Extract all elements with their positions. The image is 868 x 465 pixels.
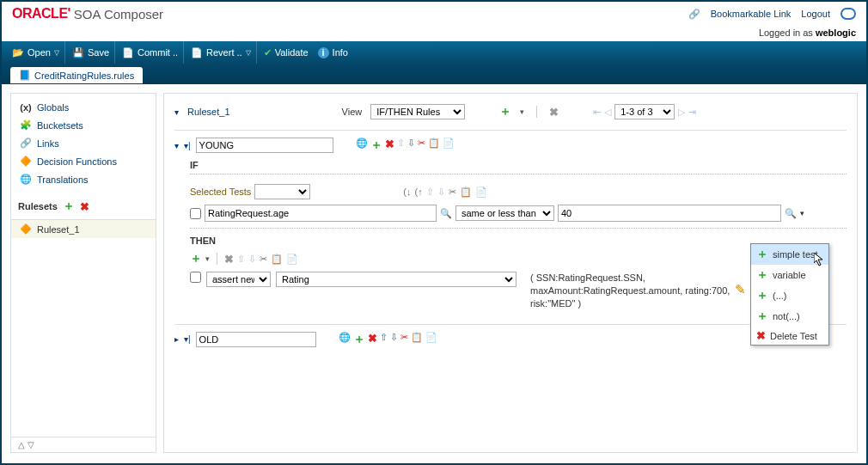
delete-action-icon[interactable]: ✖ bbox=[224, 253, 234, 266]
move-down-icon[interactable]: ⇩ bbox=[390, 332, 398, 347]
search-icon[interactable]: 🔍 bbox=[440, 208, 452, 219]
copy-icon[interactable]: 📋 bbox=[411, 332, 423, 347]
expand-toggle[interactable]: ▸ bbox=[174, 334, 179, 344]
copy-icon[interactable]: 📋 bbox=[271, 254, 283, 265]
cut-icon[interactable]: ✂ bbox=[418, 138, 425, 153]
app-title: SOA Composer bbox=[74, 7, 163, 21]
cut-icon[interactable]: ✂ bbox=[400, 332, 408, 347]
move-down-icon[interactable]: ⇩ bbox=[248, 254, 256, 265]
paste-icon[interactable]: 📄 bbox=[443, 138, 455, 153]
delete-icon[interactable]: ✖ bbox=[385, 138, 394, 153]
validate-button[interactable]: ✔ Validate bbox=[264, 47, 309, 58]
paste-icon[interactable]: 📄 bbox=[425, 332, 437, 347]
add-action-button[interactable]: ＋ bbox=[190, 251, 202, 266]
revert-button[interactable]: 📄 Revert ..▽ bbox=[191, 47, 251, 58]
action-checkbox[interactable] bbox=[190, 272, 201, 283]
move-down-icon[interactable]: ⇩ bbox=[437, 187, 445, 198]
content-area: ▾ Ruleset_1 View IF/THEN Rules ＋▾ ✖ ⇤ ◁ … bbox=[163, 93, 858, 453]
delete-icon[interactable]: ✖ bbox=[368, 332, 377, 347]
selected-tests-select[interactable] bbox=[254, 184, 310, 199]
save-icon: 💾 bbox=[72, 47, 84, 58]
delete-rule-button[interactable]: ✖ bbox=[549, 106, 559, 119]
sidebar-item-translations[interactable]: 🌐 Translations bbox=[11, 170, 156, 188]
rulesets-heading: Rulesets bbox=[18, 201, 58, 211]
sidebar-item-decision-functions[interactable]: 🔶 Decision Functions bbox=[11, 152, 156, 170]
commit-button[interactable]: 📄 Commit .. bbox=[122, 47, 178, 58]
copy-icon[interactable]: 📋 bbox=[428, 138, 440, 153]
expand-toggle[interactable]: ▾| bbox=[184, 141, 191, 150]
dropdown-arrow-icon[interactable]: ▾ bbox=[800, 209, 804, 217]
add-icon[interactable]: ＋ bbox=[353, 332, 365, 347]
menu-variable[interactable]: ＋variable bbox=[751, 265, 828, 285]
sidebar: (x) Globals 🧩 Bucketsets 🔗 Links 🔶 Decis… bbox=[10, 93, 156, 453]
expand-toggle[interactable]: ▾ bbox=[174, 107, 179, 117]
pager-select[interactable]: 1-3 of 3 bbox=[614, 104, 675, 119]
page-next-icon[interactable]: ▷ bbox=[678, 107, 685, 118]
action-detail: ( SSN:RatingRequest.SSN, maxAmount:Ratin… bbox=[530, 272, 730, 310]
selected-tests-label: Selected Tests bbox=[190, 187, 251, 197]
rule-options-icon[interactable]: 🌐 bbox=[356, 138, 368, 153]
sidebar-item-links[interactable]: 🔗 Links bbox=[11, 134, 156, 152]
rule-name-input[interactable] bbox=[196, 332, 316, 347]
rule-name-input[interactable] bbox=[196, 138, 333, 153]
move-up-icon[interactable]: ⇧ bbox=[380, 332, 388, 347]
paste-icon[interactable]: 📄 bbox=[286, 254, 298, 265]
edit-action-icon[interactable]: ✎ bbox=[735, 282, 746, 297]
commit-icon: 📄 bbox=[122, 47, 134, 58]
save-button[interactable]: 💾 Save bbox=[72, 47, 109, 58]
expand-toggle[interactable]: ▾| bbox=[184, 334, 191, 344]
open-button[interactable]: 📂 Open▽ bbox=[12, 47, 59, 58]
logged-in-as: Logged in as weblogic bbox=[2, 26, 866, 41]
add-rule-button[interactable]: ＋ bbox=[499, 104, 511, 119]
page-prev-icon[interactable]: ◁ bbox=[604, 107, 611, 118]
add-ruleset-button[interactable]: ＋ bbox=[63, 199, 75, 214]
test-rhs-input[interactable] bbox=[558, 205, 781, 222]
page-last-icon[interactable]: ⇥ bbox=[688, 107, 696, 118]
translations-icon: 🌐 bbox=[20, 174, 32, 185]
move-down-icon[interactable]: ⇩ bbox=[407, 138, 415, 153]
cut-icon[interactable]: ✂ bbox=[449, 187, 456, 198]
view-select[interactable]: IF/THEN Rules bbox=[370, 104, 465, 119]
ruleset-item[interactable]: 🔶 Ruleset_1 bbox=[11, 220, 156, 238]
move-up-icon[interactable]: ⇧ bbox=[426, 187, 434, 198]
test-operator-select[interactable]: same or less than bbox=[455, 205, 554, 221]
link-icon: 🔗 bbox=[20, 138, 32, 149]
bookmark-link[interactable]: Bookmarkable Link bbox=[711, 9, 792, 19]
rule-options-icon[interactable]: 🌐 bbox=[339, 332, 351, 347]
cut-icon[interactable]: ✂ bbox=[260, 254, 267, 265]
bucketsets-icon: 🧩 bbox=[20, 119, 32, 131]
logout-link[interactable]: Logout bbox=[801, 9, 830, 19]
decision-functions-icon: 🔶 bbox=[20, 156, 32, 167]
plus-icon: ＋ bbox=[756, 309, 768, 324]
tab-credit-rating-rules[interactable]: 📘 CreditRatingRules.rules bbox=[10, 67, 143, 83]
sidebar-item-bucketsets[interactable]: 🧩 Bucketsets bbox=[11, 116, 156, 134]
search-icon[interactable]: 🔍 bbox=[785, 208, 797, 219]
test-checkbox[interactable] bbox=[190, 208, 201, 219]
copy-icon[interactable]: 📋 bbox=[460, 187, 472, 198]
action-command-select[interactable]: assert new bbox=[206, 272, 271, 287]
move-up-icon[interactable]: ⇧ bbox=[237, 254, 245, 265]
test-lhs-input[interactable] bbox=[205, 205, 437, 222]
then-label: THEN bbox=[190, 236, 847, 246]
oracle-o-icon bbox=[840, 8, 856, 20]
test-context-menu: ＋simple test ＋variable ＋(...) ＋not(...) … bbox=[750, 243, 829, 346]
unwrap-icon[interactable]: (↑ bbox=[415, 187, 423, 197]
delete-ruleset-button[interactable]: ✖ bbox=[80, 200, 89, 213]
expand-toggle[interactable]: ▾ bbox=[174, 141, 179, 150]
add-icon[interactable]: ＋ bbox=[370, 138, 382, 153]
sidebar-item-label: Translations bbox=[37, 174, 89, 185]
paste-icon[interactable]: 📄 bbox=[475, 187, 487, 198]
menu-simple-test[interactable]: ＋simple test bbox=[751, 244, 828, 265]
rules-file-icon: 📘 bbox=[19, 70, 31, 81]
info-button[interactable]: i Info bbox=[318, 47, 348, 58]
menu-delete-test[interactable]: ✖Delete Test bbox=[751, 327, 828, 345]
menu-not-group[interactable]: ＋not(...) bbox=[751, 306, 828, 327]
page-first-icon[interactable]: ⇤ bbox=[593, 107, 601, 118]
collapse-up-icon[interactable]: △ bbox=[18, 440, 25, 450]
collapse-down-icon[interactable]: ▽ bbox=[28, 440, 34, 450]
move-up-icon[interactable]: ⇧ bbox=[397, 138, 405, 153]
menu-group[interactable]: ＋(...) bbox=[751, 285, 828, 306]
action-target-select[interactable]: Rating bbox=[276, 272, 517, 287]
sidebar-item-globals[interactable]: (x) Globals bbox=[11, 99, 156, 116]
wrap-icon[interactable]: (↓ bbox=[403, 187, 411, 197]
